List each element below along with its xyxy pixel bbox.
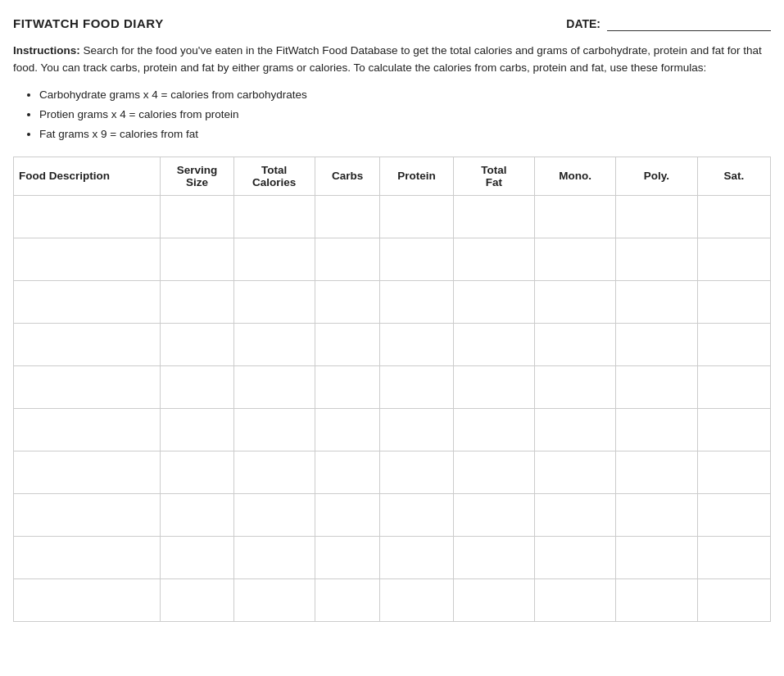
cell-carbs[interactable] [315, 280, 379, 323]
cell-serving_size[interactable] [161, 493, 233, 536]
cell-total_calories[interactable] [233, 408, 315, 451]
cell-serving_size[interactable] [161, 451, 233, 493]
formula-item: Fat grams x 9 = calories from fat [39, 125, 771, 144]
cell-carbs[interactable] [315, 493, 379, 536]
table-row [14, 238, 771, 280]
table-row [14, 493, 771, 536]
cell-protein[interactable] [380, 323, 453, 365]
cell-total_fat[interactable] [453, 408, 534, 451]
food-diary-table-wrapper: Food DescriptionServingSizeTotalCalories… [13, 157, 771, 622]
cell-sat[interactable] [697, 238, 770, 280]
cell-food_desc[interactable] [14, 536, 161, 578]
cell-mono[interactable] [534, 365, 615, 408]
cell-total_fat[interactable] [453, 280, 534, 323]
cell-total_calories[interactable] [233, 365, 315, 408]
cell-food_desc[interactable] [14, 408, 161, 451]
cell-poly[interactable] [616, 280, 697, 323]
cell-carbs[interactable] [315, 536, 379, 578]
cell-sat[interactable] [697, 493, 770, 536]
cell-protein[interactable] [380, 578, 453, 621]
cell-mono[interactable] [534, 451, 615, 493]
cell-food_desc[interactable] [14, 195, 161, 238]
cell-carbs[interactable] [315, 408, 379, 451]
cell-poly[interactable] [616, 408, 697, 451]
food-diary-table: Food DescriptionServingSizeTotalCalories… [14, 157, 771, 622]
cell-sat[interactable] [697, 195, 770, 238]
cell-carbs[interactable] [315, 451, 379, 493]
cell-poly[interactable] [616, 323, 697, 365]
cell-mono[interactable] [534, 493, 615, 536]
cell-food_desc[interactable] [14, 280, 161, 323]
cell-total_fat[interactable] [453, 195, 534, 238]
cell-carbs[interactable] [315, 195, 379, 238]
cell-total_calories[interactable] [233, 493, 315, 536]
cell-carbs[interactable] [315, 238, 379, 280]
cell-poly[interactable] [616, 365, 697, 408]
cell-carbs[interactable] [315, 365, 379, 408]
cell-poly[interactable] [616, 536, 697, 578]
cell-total_calories[interactable] [233, 323, 315, 365]
cell-total_calories[interactable] [233, 238, 315, 280]
cell-total_fat[interactable] [453, 365, 534, 408]
formula-item: Carbohydrate grams x 4 = calories from c… [39, 85, 771, 105]
cell-poly[interactable] [616, 493, 697, 536]
cell-total_calories[interactable] [233, 578, 315, 621]
cell-mono[interactable] [534, 408, 615, 451]
cell-sat[interactable] [697, 365, 770, 408]
cell-protein[interactable] [380, 238, 453, 280]
cell-sat[interactable] [697, 578, 770, 621]
cell-total_calories[interactable] [233, 536, 315, 578]
cell-serving_size[interactable] [161, 195, 233, 238]
cell-food_desc[interactable] [14, 493, 161, 536]
cell-protein[interactable] [380, 195, 453, 238]
cell-mono[interactable] [534, 536, 615, 578]
page-header: FITWATCH FOOD DIARY DATE: [13, 16, 771, 31]
table-row [14, 280, 771, 323]
cell-total_fat[interactable] [453, 536, 534, 578]
cell-poly[interactable] [616, 238, 697, 280]
cell-food_desc[interactable] [14, 323, 161, 365]
cell-serving_size[interactable] [161, 280, 233, 323]
cell-food_desc[interactable] [14, 578, 161, 621]
cell-protein[interactable] [380, 280, 453, 323]
cell-mono[interactable] [534, 238, 615, 280]
cell-serving_size[interactable] [161, 536, 233, 578]
cell-total_calories[interactable] [233, 451, 315, 493]
cell-poly[interactable] [616, 195, 697, 238]
cell-food_desc[interactable] [14, 238, 161, 280]
cell-protein[interactable] [380, 493, 453, 536]
date-field: DATE: [566, 16, 771, 31]
cell-mono[interactable] [534, 578, 615, 621]
cell-total_fat[interactable] [453, 578, 534, 621]
cell-total_fat[interactable] [453, 451, 534, 493]
cell-mono[interactable] [534, 280, 615, 323]
cell-poly[interactable] [616, 578, 697, 621]
cell-total_fat[interactable] [453, 493, 534, 536]
cell-sat[interactable] [697, 280, 770, 323]
cell-serving_size[interactable] [161, 238, 233, 280]
cell-food_desc[interactable] [14, 365, 161, 408]
cell-sat[interactable] [697, 536, 770, 578]
cell-poly[interactable] [616, 451, 697, 493]
cell-carbs[interactable] [315, 578, 379, 621]
cell-sat[interactable] [697, 323, 770, 365]
cell-food_desc[interactable] [14, 451, 161, 493]
cell-protein[interactable] [380, 365, 453, 408]
cell-serving_size[interactable] [161, 408, 233, 451]
cell-protein[interactable] [380, 451, 453, 493]
cell-serving_size[interactable] [161, 323, 233, 365]
cell-total_fat[interactable] [453, 238, 534, 280]
cell-total_calories[interactable] [233, 195, 315, 238]
cell-serving_size[interactable] [161, 365, 233, 408]
cell-serving_size[interactable] [161, 578, 233, 621]
cell-mono[interactable] [534, 323, 615, 365]
cell-protein[interactable] [380, 408, 453, 451]
cell-sat[interactable] [697, 408, 770, 451]
cell-protein[interactable] [380, 536, 453, 578]
cell-carbs[interactable] [315, 323, 379, 365]
cell-mono[interactable] [534, 195, 615, 238]
cell-sat[interactable] [697, 451, 770, 493]
cell-total_calories[interactable] [233, 280, 315, 323]
cell-total_fat[interactable] [453, 323, 534, 365]
formulas-list: Carbohydrate grams x 4 = calories from c… [39, 85, 771, 145]
